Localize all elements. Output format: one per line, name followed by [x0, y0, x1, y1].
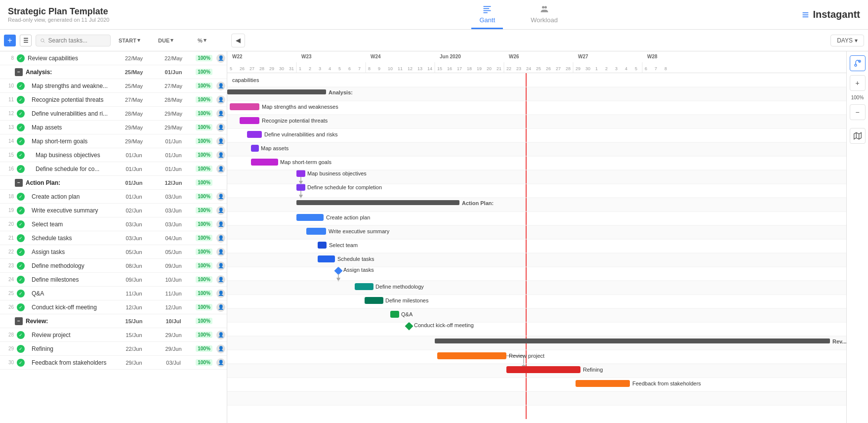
svg-rect-73 — [227, 281, 846, 295]
svg-text:7: 7 — [655, 66, 657, 71]
svg-text:1: 1 — [595, 66, 598, 71]
svg-text:27: 27 — [556, 66, 561, 71]
avatar: 👤 — [216, 206, 225, 215]
nav-back-button[interactable]: ◀ — [231, 34, 245, 47]
task-row: 29 ✓ Refining 22/Jun 29/Jun 100% 👤 — [0, 342, 227, 356]
col-header-due[interactable]: DUE ▾ — [154, 37, 194, 43]
tab-workload[interactable]: Workload — [523, 0, 566, 29]
gantt-body: capabilities Analysis: Map strengths and… — [227, 73, 846, 423]
svg-text:16: 16 — [447, 66, 452, 71]
map-button[interactable] — [850, 128, 866, 144]
svg-text:3: 3 — [615, 66, 618, 71]
svg-rect-118 — [390, 311, 399, 318]
svg-text:11: 11 — [398, 66, 403, 71]
svg-text:W27: W27 — [578, 54, 588, 59]
svg-rect-88 — [251, 145, 259, 152]
svg-text:25: 25 — [536, 66, 541, 71]
svg-text:28: 28 — [566, 66, 571, 71]
svg-text:30: 30 — [279, 66, 284, 71]
branch-button[interactable] — [850, 55, 866, 71]
avatar: 👤 — [216, 220, 225, 229]
section-toggle[interactable]: − — [15, 68, 23, 76]
logo-icon: ≡ — [802, 8, 809, 22]
search-input[interactable] — [48, 37, 106, 44]
svg-text:30: 30 — [585, 66, 590, 71]
tab-gantt[interactable]: Gantt — [471, 0, 503, 29]
svg-text:31: 31 — [289, 66, 294, 71]
section-row: − Review: 15/Jun 10/Jul 100% — [0, 314, 227, 328]
svg-rect-84 — [240, 117, 259, 124]
svg-text:29: 29 — [576, 66, 580, 71]
svg-rect-96 — [296, 184, 305, 191]
svg-rect-82 — [230, 103, 259, 110]
svg-point-5 — [544, 6, 547, 8]
svg-text:26: 26 — [546, 66, 551, 71]
svg-text:Analysis:: Analysis: — [329, 89, 353, 95]
col-header-start[interactable]: START ▾ — [115, 37, 154, 43]
svg-text:5: 5 — [230, 66, 232, 71]
avatar: 👤 — [216, 165, 225, 173]
svg-rect-131 — [576, 380, 630, 387]
svg-text:Create action plan: Create action plan — [326, 214, 370, 220]
main-content: 8 ✓ Review capabilities 22/May 22/May 10… — [0, 51, 868, 423]
section-toggle[interactable]: − — [15, 317, 23, 325]
svg-text:18: 18 — [467, 66, 472, 71]
days-view-button[interactable]: DAYS ▾ — [830, 35, 864, 46]
svg-rect-124 — [437, 352, 506, 359]
col-header-pct[interactable]: % ▾ — [194, 37, 223, 43]
gantt-header: W22 W23 W24 Jun 2020 W26 W27 W28 5 26 27… — [227, 51, 846, 73]
svg-text:Write executive summary: Write executive summary — [329, 228, 390, 234]
zoom-in-button[interactable]: + — [850, 75, 866, 91]
section-toggle[interactable]: − — [15, 179, 23, 187]
task-row: 19 ✓ Write executive summary 02/Jun 03/J… — [0, 204, 227, 217]
svg-text:Feedback from stakeholders: Feedback from stakeholders — [632, 381, 701, 386]
zoom-out-button[interactable]: − — [850, 104, 866, 120]
svg-text:Assign tasks: Assign tasks — [343, 267, 374, 273]
check-icon: ✓ — [17, 290, 25, 297]
svg-rect-122 — [435, 338, 830, 343]
avatar: 👤 — [216, 109, 225, 118]
task-row: 15 ✓ Map business objectives 01/Jun 01/J… — [0, 148, 227, 162]
svg-text:12: 12 — [408, 66, 413, 71]
svg-rect-0 — [484, 6, 491, 7]
svg-rect-77 — [227, 391, 846, 405]
task-list: 8 ✓ Review capabilities 22/May 22/May 10… — [0, 51, 227, 423]
check-icon: ✓ — [17, 345, 25, 353]
search-icon — [40, 38, 45, 43]
toolbar-left: + ☰ START ▾ DUE ▾ % ▾ — [0, 35, 227, 46]
svg-text:Map assets: Map assets — [261, 145, 289, 151]
svg-text:Conduct kick-off meeting: Conduct kick-off meeting — [414, 322, 474, 328]
svg-rect-100 — [296, 200, 459, 205]
svg-text:W28: W28 — [647, 54, 658, 59]
collapse-button[interactable]: ☰ — [20, 35, 32, 46]
gantt-area: W22 W23 W24 Jun 2020 W26 W27 W28 5 26 27… — [227, 51, 846, 423]
svg-text:W23: W23 — [301, 54, 312, 59]
task-row: 12 ✓ Define vulnerabilities and ri... 28… — [0, 107, 227, 121]
svg-text:2: 2 — [309, 66, 311, 71]
svg-rect-102 — [296, 214, 324, 221]
section-row: − Action Plan: 01/Jun 12/Jun 100% — [0, 176, 227, 190]
check-icon: ✓ — [17, 276, 25, 284]
avatar: 👤 — [216, 123, 225, 132]
check-icon: ✓ — [17, 220, 25, 228]
task-row: 22 ✓ Assign tasks 05/Jun 05/Jun 100% 👤 — [0, 245, 227, 259]
svg-rect-104 — [306, 228, 326, 235]
header: Strategic Plan Template Read-only view, … — [0, 0, 868, 30]
check-icon: ✓ — [17, 303, 25, 311]
svg-line-7 — [43, 41, 45, 42]
avatar: 👤 — [216, 303, 225, 312]
svg-text:27: 27 — [249, 66, 254, 71]
task-row: 13 ✓ Map assets 29/May 29/May 100% 👤 — [0, 121, 227, 134]
svg-text:Refining: Refining — [583, 367, 603, 373]
svg-text:5: 5 — [635, 66, 637, 71]
logo: ≡ Instagantt — [802, 8, 860, 22]
svg-text:8: 8 — [664, 66, 667, 71]
add-task-button[interactable]: + — [4, 35, 16, 46]
svg-text:14: 14 — [427, 66, 432, 71]
avatar: 👤 — [216, 344, 225, 353]
svg-text:15: 15 — [437, 66, 442, 71]
svg-text:4: 4 — [329, 66, 331, 71]
svg-text:10: 10 — [388, 66, 393, 71]
svg-text:20: 20 — [487, 66, 492, 71]
avatar: 👤 — [216, 95, 225, 104]
